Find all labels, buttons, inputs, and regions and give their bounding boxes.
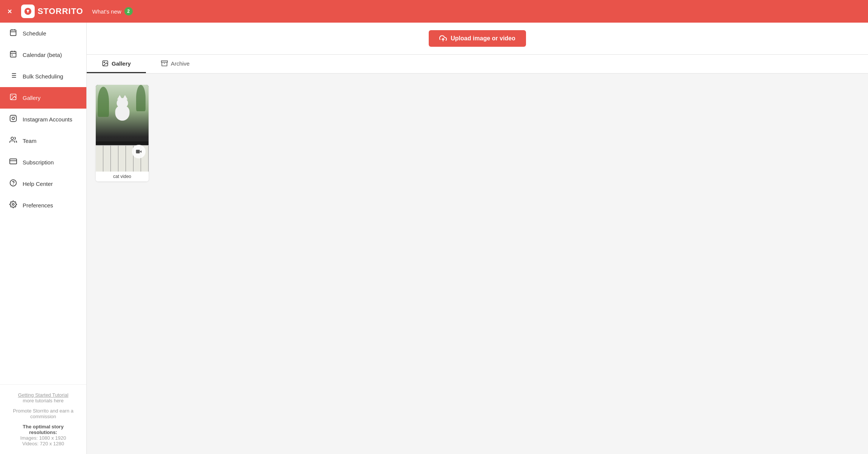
list-item[interactable]: cat video [96,85,149,181]
svg-rect-6 [11,51,16,57]
svg-marker-33 [140,150,142,153]
promo-text: Promote Storrito and earn a commission [9,408,77,419]
sidebar-label-gallery: Gallery [23,95,41,101]
sidebar-item-instagram[interactable]: Instagram Accounts [0,109,86,130]
video-camera-icon [136,149,142,155]
logo-area: STORRITO [21,5,83,18]
gallery-tab-icon [102,60,109,67]
tab-archive-label: Archive [171,60,190,67]
tutorials-more: more tutorials here [9,398,77,403]
cat-body [112,98,133,121]
whats-new-badge: 2 [124,7,133,15]
cat-ear-right [122,95,127,100]
svg-rect-34 [136,150,140,153]
tab-gallery-label: Gallery [112,60,131,67]
app-name: STORRITO [38,6,83,16]
gallery-grid: cat video [96,85,859,181]
video-icon-overlay [132,145,146,158]
main-layout: Schedule Calendar (beta) Bulk Scheduling… [0,23,868,454]
svg-point-21 [15,117,15,117]
resolution-info: The optimal story resolutions: Images: 1… [9,424,77,446]
sidebar-label-calendar: Calendar (beta) [23,52,62,58]
gallery-icon [9,93,17,103]
tab-gallery[interactable]: Gallery [87,55,146,73]
sidebar-item-bulk[interactable]: Bulk Scheduling [0,66,86,87]
help-icon [9,179,17,189]
sidebar-item-gallery[interactable]: Gallery [0,87,86,109]
upload-bar: Upload image or video [87,23,868,55]
piano-key [96,145,103,172]
list-icon [9,72,17,81]
calendar-alt-icon [9,50,17,60]
upload-button-label: Upload image or video [451,35,515,42]
svg-rect-2 [11,30,16,35]
upload-icon [439,35,447,42]
sidebar-nav: Schedule Calendar (beta) Bulk Scheduling… [0,23,86,384]
plant-right [136,85,146,111]
svg-point-26 [13,184,14,185]
resolution-title: The optimal story resolutions: [9,424,77,435]
sidebar-label-helpcenter: Help Center [23,181,53,187]
main-content: Upload image or video Gallery Archive [87,23,868,454]
svg-rect-31 [161,61,168,62]
sidebar-label-team: Team [23,138,37,144]
sidebar-label-subscription: Subscription [23,159,54,166]
piano-key [103,145,111,172]
subscription-icon [9,158,17,167]
cat-torso [115,106,129,121]
svg-rect-19 [10,115,17,122]
sidebar-item-preferences[interactable]: Preferences [0,195,86,216]
sidebar-label-preferences: Preferences [23,202,53,209]
media-label: cat video [96,172,149,181]
sidebar-label-instagram: Instagram Accounts [23,116,72,123]
calendar-icon [9,29,17,38]
resolution-videos: Videos: 720 x 1280 [9,441,77,446]
tabs-bar: Gallery Archive [87,55,868,74]
piano-key [118,145,126,172]
upload-button[interactable]: Upload image or video [429,30,526,47]
sidebar-item-team[interactable]: Team [0,130,86,152]
svg-point-18 [12,95,12,97]
instagram-icon [9,115,17,124]
tutorial-link[interactable]: Getting Started Tutorial [18,392,69,398]
svg-rect-23 [10,159,17,164]
archive-tab-icon [161,60,168,67]
sidebar-item-helpcenter[interactable]: Help Center [0,173,86,195]
sidebar-label-schedule: Schedule [23,30,46,37]
whats-new-button[interactable]: What's new 2 [92,7,133,15]
tab-archive[interactable]: Archive [146,55,205,73]
svg-point-27 [12,204,14,206]
svg-point-1 [27,11,29,13]
sidebar: Schedule Calendar (beta) Bulk Scheduling… [0,23,87,454]
sidebar-item-schedule[interactable]: Schedule [0,23,86,44]
svg-rect-10 [12,55,12,56]
resolution-images: Images: 1080 x 1920 [9,435,77,441]
top-navigation: × STORRITO What's new 2 [0,0,868,23]
gallery-area: cat video [87,74,868,454]
logo-icon [21,5,35,18]
cat-scene [96,85,149,172]
team-icon [9,136,17,146]
plant-left [98,87,109,117]
sidebar-item-calendar[interactable]: Calendar (beta) [0,44,86,66]
whats-new-label: What's new [92,8,121,15]
media-thumbnail [96,85,149,172]
svg-point-22 [11,137,14,140]
settings-icon [9,201,17,210]
cat-ear-left [117,95,122,100]
svg-point-30 [104,62,104,63]
sidebar-label-bulk: Bulk Scheduling [23,73,63,80]
sidebar-footer: Getting Started Tutorial more tutorials … [0,384,86,454]
svg-point-20 [12,117,15,120]
piano-key [111,145,118,172]
close-button[interactable]: × [8,7,12,16]
sidebar-item-subscription[interactable]: Subscription [0,152,86,173]
